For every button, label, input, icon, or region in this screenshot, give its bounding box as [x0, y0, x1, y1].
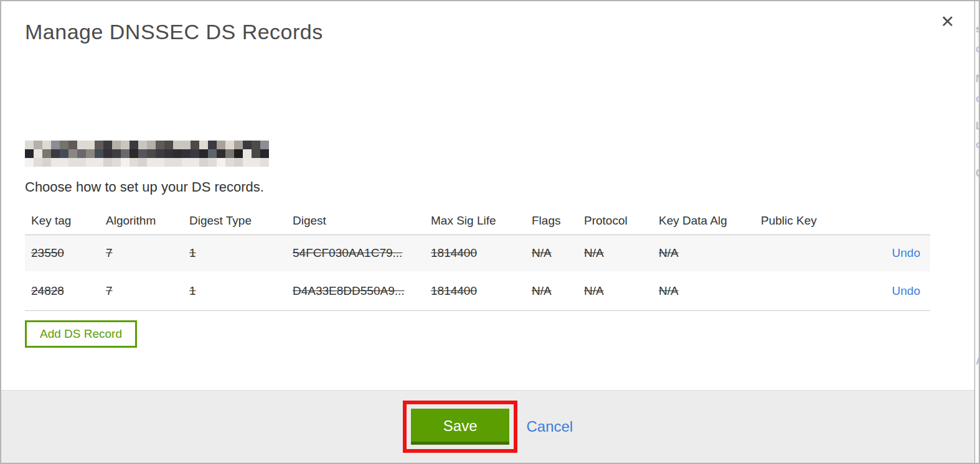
cell-max-sig-life: 1814400	[425, 284, 525, 298]
col-header-public-key: Public Key	[755, 214, 883, 228]
col-header-digest-type: Digest Type	[183, 214, 286, 228]
cell-protocol: N/A	[578, 284, 653, 298]
cell-key-tag: 23550	[25, 246, 100, 260]
table-row: 24828 7 1 D4A33E8DD550A9... 1814400 N/A …	[25, 271, 930, 311]
red-annotation-rectangle: Save	[403, 401, 518, 453]
cell-key-data-alg: N/A	[653, 246, 755, 260]
ds-records-table: Key tag Algorithm Digest Type Digest Max…	[25, 206, 930, 311]
dimmed-background-page-edge: sdNoLoCA	[975, 1, 979, 463]
table-header-row: Key tag Algorithm Digest Type Digest Max…	[25, 206, 930, 235]
undo-link[interactable]: Undo	[892, 246, 920, 259]
close-icon[interactable]: ✕	[940, 14, 954, 30]
add-ds-record-button[interactable]: Add DS Record	[25, 320, 137, 348]
cell-key-data-alg: N/A	[653, 284, 755, 298]
page-title: Manage DNSSEC DS Records	[25, 20, 323, 44]
table-row: 23550 7 1 54FCF030AA1C79... 1814400 N/A …	[25, 235, 930, 271]
cell-protocol: N/A	[578, 246, 653, 260]
modal-footer: Save Cancel	[1, 390, 974, 463]
cell-digest-type: 1	[183, 284, 286, 298]
cell-digest-type: 1	[183, 246, 286, 260]
dnssec-modal: Manage DNSSEC DS Records ✕ Choose how to…	[1, 1, 975, 463]
cell-algorithm: 7	[100, 284, 183, 298]
col-header-key-tag: Key tag	[25, 214, 100, 228]
cell-flags: N/A	[525, 284, 578, 298]
cell-key-tag: 24828	[25, 284, 100, 298]
screenshot-frame: Manage DNSSEC DS Records ✕ Choose how to…	[0, 0, 980, 464]
col-header-digest: Digest	[286, 214, 425, 228]
cell-max-sig-life: 1814400	[425, 246, 525, 260]
col-header-max-sig-life: Max Sig Life	[425, 214, 525, 228]
undo-link[interactable]: Undo	[892, 284, 920, 297]
save-button[interactable]: Save	[411, 409, 510, 445]
subtitle-text: Choose how to set up your DS records.	[25, 179, 264, 195]
cancel-link[interactable]: Cancel	[526, 418, 573, 435]
col-header-protocol: Protocol	[578, 214, 653, 228]
cell-digest: D4A33E8DD550A9...	[286, 284, 425, 298]
cell-flags: N/A	[525, 246, 578, 260]
cell-digest: 54FCF030AA1C79...	[286, 246, 425, 260]
cell-algorithm: 7	[100, 246, 183, 260]
col-header-flags: Flags	[525, 214, 578, 228]
col-header-algorithm: Algorithm	[100, 214, 183, 228]
col-header-key-data-alg: Key Data Alg	[653, 214, 755, 228]
redacted-domain-name	[25, 141, 269, 167]
